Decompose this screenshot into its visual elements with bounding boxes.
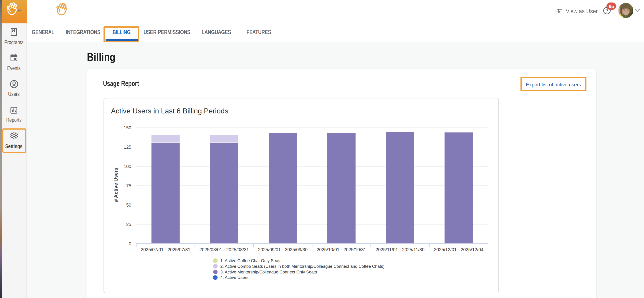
svg-text:125: 125 (124, 145, 131, 150)
svg-text:2025/07/01 - 2025/07/31: 2025/07/01 - 2025/07/31 (141, 247, 190, 252)
svg-text:0: 0 (129, 241, 131, 246)
svg-text:# Active Users: # Active Users (113, 168, 119, 202)
svg-text:2. Active Combo Seats (Users i: 2. Active Combo Seats (Users in both Men… (220, 264, 385, 269)
svg-text:4. Active Users: 4. Active Users (220, 275, 248, 280)
svg-text:2025/10/01 - 2025/10/31: 2025/10/01 - 2025/10/31 (317, 247, 366, 252)
svg-text:2025/11/01 - 2025/11/30: 2025/11/01 - 2025/11/30 (376, 247, 424, 252)
svg-text:3. Active Mentorship/Colleague: 3. Active Mentorship/Colleague Connect O… (220, 270, 317, 274)
svg-text:25: 25 (126, 222, 131, 227)
svg-text:75: 75 (126, 183, 131, 188)
svg-text:2025/08/01 - 2025/08/31: 2025/08/01 - 2025/08/31 (200, 247, 249, 252)
svg-text:150: 150 (124, 125, 131, 130)
svg-text:Active Users in Last 6 Billing: Active Users in Last 6 Billing Periods (111, 107, 228, 115)
svg-text:2025/09/01 - 2025/09/30: 2025/09/01 - 2025/09/30 (258, 247, 308, 252)
svg-text:1. Active Coffee Chat Only Sea: 1. Active Coffee Chat Only Seats (220, 258, 282, 263)
svg-text:100: 100 (124, 164, 131, 169)
svg-text:50: 50 (126, 203, 131, 208)
svg-text:2025/12/01 - 2025/12/04: 2025/12/01 - 2025/12/04 (434, 247, 484, 252)
